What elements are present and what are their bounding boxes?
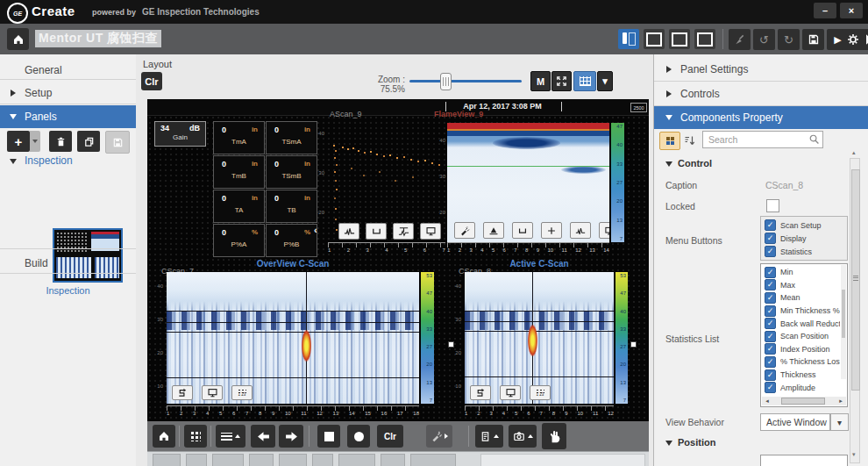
statistic-option[interactable]: % Thickness Loss <box>761 355 840 369</box>
caption-value[interactable]: CScan_8 <box>765 180 803 190</box>
statistic-option[interactable]: Max <box>761 279 840 292</box>
ascan-display-button[interactable] <box>420 223 441 240</box>
search-input[interactable] <box>702 131 823 148</box>
flameview-probe-button[interactable] <box>454 222 475 239</box>
menu-button-option[interactable]: Statistics <box>761 245 847 258</box>
add-panel-button[interactable]: + <box>7 131 30 152</box>
view-behavior-select[interactable]: Active Window <box>760 413 830 431</box>
statistics-horizontal-scrollbar[interactable]: ◂ ▸ <box>762 397 846 405</box>
categorized-view-button[interactable] <box>659 132 680 150</box>
cscan-scanpattern-button[interactable] <box>172 385 193 400</box>
flameview-wave-button[interactable] <box>570 222 591 239</box>
scrollbar-thumb[interactable] <box>781 398 825 405</box>
cscan-scanpattern-button[interactable] <box>470 385 491 400</box>
view-behavior-dropdown-button[interactable]: ▾ <box>830 413 849 431</box>
duplicate-panel-button[interactable] <box>77 131 100 152</box>
checkbox-checked-icon[interactable] <box>765 318 776 329</box>
device-clear-button[interactable]: Clr <box>377 425 403 448</box>
sidebar-group-inspection[interactable]: Inspection <box>25 154 73 167</box>
flameview-beam-button[interactable] <box>483 222 504 239</box>
redo-button[interactable]: ↻ <box>778 29 800 50</box>
checkbox-checked-icon[interactable] <box>765 219 776 231</box>
chevron-down-icon[interactable] <box>665 161 672 167</box>
chevron-right-icon[interactable] <box>666 90 672 97</box>
locked-checkbox[interactable] <box>766 199 779 212</box>
checkbox-checked-icon[interactable] <box>765 279 776 290</box>
device-next-button[interactable] <box>279 425 303 448</box>
device-record-button[interactable] <box>347 425 370 448</box>
cscan-display-button[interactable] <box>202 385 223 400</box>
clear-format-button[interactable] <box>729 29 751 50</box>
measurement-cell[interactable]: 0 in TmA <box>213 121 265 154</box>
checkbox-checked-icon[interactable] <box>765 246 776 257</box>
chevron-right-icon[interactable] <box>666 66 672 73</box>
save-button[interactable] <box>802 29 824 50</box>
sidebar-item-general[interactable]: General <box>25 64 62 76</box>
statistic-option[interactable]: Min <box>761 266 840 279</box>
collapse-measurements-handle[interactable]: ‹ <box>314 225 317 235</box>
layout-split-vertical-button[interactable] <box>618 29 639 49</box>
device-report-button[interactable] <box>475 425 503 448</box>
home-button[interactable] <box>7 28 29 50</box>
cscan-display-button[interactable] <box>500 385 521 400</box>
ascan-gate-button[interactable] <box>366 223 387 240</box>
statistic-option[interactable]: Amplitude <box>761 381 840 394</box>
chevron-right-icon[interactable] <box>11 90 16 97</box>
sort-alphabetical-button[interactable] <box>682 132 698 148</box>
scrollbar-thumb[interactable] <box>851 169 860 391</box>
toggle-measurement-button[interactable]: M <box>530 71 551 91</box>
statistic-option[interactable]: Back wall Reduction <box>761 317 840 330</box>
grid-toggle-button[interactable] <box>573 71 596 91</box>
measurement-cell[interactable]: 0 in TSmB <box>266 155 317 189</box>
measurement-cell[interactable]: 0 in TA <box>213 190 265 223</box>
minimize-button[interactable]: – <box>814 3 836 18</box>
flameview-gate-button[interactable] <box>512 222 533 239</box>
ascan-reference-button[interactable] <box>393 223 414 240</box>
measurement-cell[interactable]: 0 in TSmA <box>266 121 317 154</box>
checkbox-checked-icon[interactable] <box>765 292 776 304</box>
statistic-option[interactable]: Scan Position <box>761 330 840 343</box>
position-section-header[interactable]: Position <box>678 437 715 448</box>
properties-scrollbar[interactable] <box>850 158 860 463</box>
statistic-option[interactable]: Mean <box>761 291 840 305</box>
measurement-cell[interactable]: 0 in TB <box>266 190 317 223</box>
selection-handle[interactable] <box>448 341 454 348</box>
device-hand-button[interactable] <box>542 423 566 449</box>
inspection-panel-thumbnail[interactable] <box>53 228 123 283</box>
menu-button-option[interactable]: Display <box>761 232 847 245</box>
layout-frame2-button[interactable] <box>669 29 690 49</box>
sidebar-item-build[interactable]: Build <box>25 257 48 269</box>
scroll-up-icon[interactable]: ▴ <box>852 149 856 156</box>
section-panel-settings[interactable]: Panel Settings <box>680 63 748 75</box>
selection-handle[interactable] <box>630 341 637 348</box>
add-panel-dropdown-button[interactable] <box>30 131 40 152</box>
section-components-property-selected[interactable]: Components Property <box>654 106 868 129</box>
chevron-down-icon[interactable] <box>10 159 17 164</box>
device-probe-button[interactable] <box>426 425 452 448</box>
measurement-cell[interactable]: 0 % P%A <box>213 224 265 257</box>
fit-to-screen-button[interactable] <box>551 71 572 91</box>
sidebar-item-setup[interactable]: Setup <box>25 87 52 99</box>
checkbox-checked-icon[interactable] <box>765 382 776 393</box>
settings-button[interactable] <box>842 29 864 50</box>
device-prev-button[interactable] <box>251 425 275 448</box>
save-panel-button[interactable] <box>105 131 130 154</box>
device-home-button[interactable] <box>153 425 175 448</box>
scroll-right-arrow[interactable]: ▸ <box>836 397 846 405</box>
device-stop-button[interactable] <box>317 425 340 448</box>
zoom-slider-thumb[interactable] <box>440 73 452 90</box>
measurement-cell[interactable]: 0 % P%B <box>266 224 317 257</box>
device-list-button[interactable] <box>216 425 245 448</box>
scrollbar-thumb[interactable] <box>842 290 845 338</box>
cscan-paging-button[interactable]: 1 23 <box>530 385 551 400</box>
checkbox-checked-icon[interactable] <box>765 369 776 381</box>
sidebar-item-panels-selected[interactable]: Panels <box>0 105 136 128</box>
control-section-header[interactable]: Control <box>678 158 712 168</box>
checkbox-checked-icon[interactable] <box>765 331 776 342</box>
chevron-down-icon[interactable] <box>665 441 672 446</box>
device-snapshot-button[interactable] <box>509 425 537 448</box>
layout-single-button[interactable] <box>644 29 665 49</box>
undo-button[interactable]: ↺ <box>753 29 775 50</box>
zoom-slider-track[interactable] <box>409 80 522 82</box>
position-field-partial[interactable] <box>760 455 848 466</box>
